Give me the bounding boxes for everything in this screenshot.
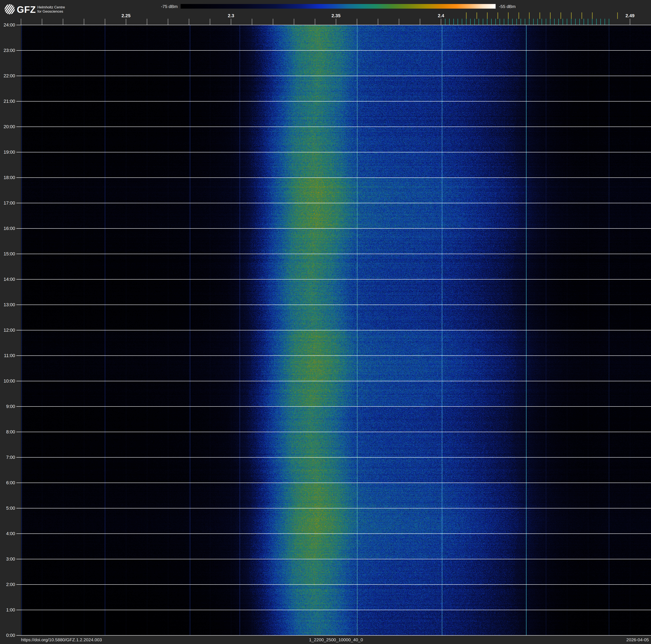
ble-channel-tick [529,19,529,25]
hour-gridline [17,203,651,203]
hour-gridline [17,559,651,559]
ble-channel-tick [546,19,546,25]
hour-label: 15:00 [0,251,15,257]
ble-channel-tick [604,19,605,25]
freq-tick [63,19,63,25]
ble-channel-tick [495,19,496,25]
freq-tick-label: 2.35 [326,13,346,19]
logo-acronym: GFZ [17,5,36,15]
colorbar [181,4,496,9]
ble-channel-tick [563,19,563,25]
ble-channel-tick [517,19,517,25]
freq-tick [84,19,84,25]
wifi-channel-tick [582,12,582,19]
hour-gridline [17,457,651,458]
ble-channel-tick [470,19,471,25]
hour-gridline [17,25,651,25]
hour-gridline [17,584,651,585]
hour-label: 17:00 [0,200,15,206]
ble-channel-tick [592,19,592,25]
ble-channel-tick [558,19,559,25]
hour-label: 5:00 [0,505,15,511]
freq-tick-label: 2.49 [620,13,641,19]
freq-tick [189,19,189,25]
wifi-channel-tick [466,12,467,19]
wifi-channel-tick [476,12,477,19]
freq-tick [357,19,357,25]
hour-label: 19:00 [0,149,15,155]
ble-channel-tick [600,19,601,25]
ble-channel-tick [579,19,580,25]
ble-channel-tick [454,19,454,25]
hour-gridline [17,381,651,381]
hour-label: 8:00 [0,429,15,435]
freq-tick [294,19,294,25]
colorbar-max-label: -55 dBm [499,4,528,9]
freq-tick [231,19,231,25]
freq-tick [105,19,105,25]
freq-tick [630,19,630,25]
hour-gridline [17,432,651,432]
ble-channel-tick [512,19,513,25]
dataset-name: 1_2200_2500_10000_40_0 [21,637,651,642]
freq-tick [168,19,168,25]
hour-label: 9:00 [0,404,15,409]
ble-channel-tick [588,19,588,25]
hour-gridline [17,635,651,636]
logo-subtitle-line2: for Geosciences [37,9,65,14]
hour-gridline [17,152,651,152]
freq-tick [273,19,273,25]
logo-subtitle-line1: Helmholtz Centre [37,5,65,9]
wifi-channel-tick [560,12,561,19]
freq-tick [420,19,420,25]
hour-label: 1:00 [0,607,15,613]
freq-tick [210,19,210,25]
hour-label: 14:00 [0,276,15,282]
footer: https://doi.org/10.5880/GFZ.1.2.2024.003… [0,636,651,644]
hour-label: 23:00 [0,48,15,53]
freq-tick [252,19,252,25]
ble-channel-tick [554,19,555,25]
ble-channel-tick [478,19,479,25]
colorbar-min-label: -75 dBm [152,4,178,9]
ble-channel-tick [525,19,525,25]
ble-channel-tick [458,19,458,25]
hour-label: 18:00 [0,175,15,180]
date-label: 2026-04-05 [626,637,649,642]
hour-gridline [17,177,651,178]
ble-channel-tick [466,19,466,25]
logo-subtitle: Helmholtz Centre for Geosciences [37,5,65,14]
freq-tick-label: 2.3 [220,13,242,19]
ble-channel-tick [596,19,597,25]
hour-label: 0:00 [0,633,15,638]
ble-channel-tick [609,19,609,25]
hour-gridline [17,126,651,127]
freq-tick [336,19,336,25]
hour-label: 16:00 [0,226,15,231]
wifi-channel-tick [617,12,618,19]
wifi-channel-tick [592,12,593,19]
ble-channel-tick [491,19,492,25]
freq-tick [378,19,378,25]
ble-channel-tick [533,19,534,25]
hour-label: 22:00 [0,73,15,79]
freq-tick [42,19,42,25]
freq-tick-label: 2.4 [431,13,452,19]
ble-channel-tick [462,19,462,25]
hour-label: 4:00 [0,531,15,536]
ble-channel-tick [508,19,508,25]
hour-gridline [17,355,651,356]
hour-label: 12:00 [0,327,15,333]
hour-gridline [17,254,651,254]
freq-tick-label: 2.25 [116,13,136,19]
hour-label: 2:00 [0,582,15,587]
ble-channel-tick [575,19,576,25]
ble-channel-tick [445,19,445,25]
hour-gridline [17,482,651,483]
freq-tick [21,19,21,25]
ble-channel-tick [487,19,488,25]
hour-gridline [17,304,651,305]
wifi-channel-tick [519,12,519,19]
hour-gridline [17,76,651,76]
wifi-channel-tick [550,12,551,19]
